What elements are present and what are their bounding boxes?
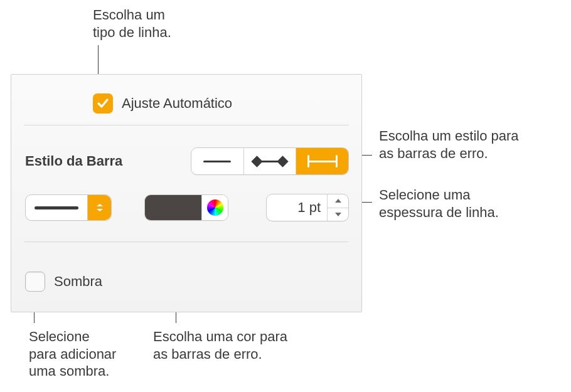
dropdown-line-type[interactable] [25,194,112,221]
label-shadow: Sombra [54,273,102,290]
label-auto-fit: Ajuste Automático [122,95,232,112]
row-shadow: Sombra [11,263,361,300]
row-bar-style: Estilo da Barra [11,142,361,180]
line-type-preview [26,206,87,209]
updown-icon [94,204,105,211]
label-bar-style: Estilo da Barra [25,153,122,169]
seg-diamond-icon [255,155,285,167]
seg-diamond[interactable] [244,148,297,174]
color-swatch[interactable] [145,195,201,220]
chevron-down-icon [334,212,342,217]
checkbox-auto-fit[interactable] [93,93,113,114]
format-panel: Ajuste Automático Estilo da Barra [11,74,362,312]
seg-cap[interactable] [296,148,348,174]
stepper-up[interactable] [328,194,348,208]
callout-color: Escolha uma cor para as barras de erro. [153,328,316,363]
callout-thickness: Selecione uma espessura de linha. [379,186,561,221]
thickness-value[interactable]: 1 pt [267,199,327,216]
color-picker [144,194,228,221]
checkmark-icon [96,97,110,110]
segmented-bar-style [191,147,349,175]
divider-1 [24,125,349,125]
callout-shadow: Selecione para adicionar uma sombra. [29,328,142,380]
stepper-down[interactable] [328,208,348,221]
checkbox-shadow[interactable] [25,272,45,292]
line-solid-icon [35,206,78,209]
color-wheel-icon [207,199,223,216]
color-wheel-button[interactable] [201,195,228,220]
seg-plain-icon [203,161,231,162]
seg-cap-icon [307,155,338,167]
dropdown-arrow [87,195,111,220]
seg-plain[interactable] [191,148,244,174]
thickness-stepper: 1 pt [266,194,349,221]
chevron-up-icon [334,198,342,203]
callout-bar-style: Escolha um estilo para as barras de erro… [379,127,561,162]
row-line-controls: 1 pt [11,189,361,226]
divider-2 [24,241,349,242]
callout-line-type: Escolha um tipo de linha. [93,6,206,41]
stepper-buttons [327,194,348,221]
row-auto-fit: Ajuste Automático [11,86,361,121]
